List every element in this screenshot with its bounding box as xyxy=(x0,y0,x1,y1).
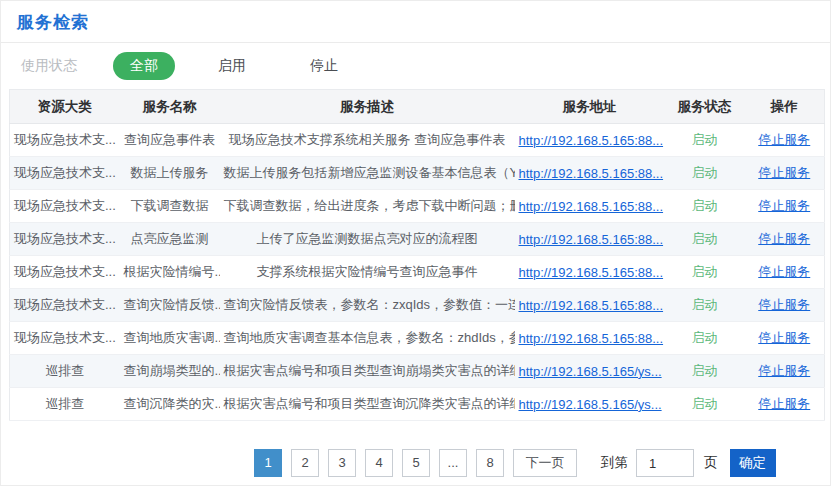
page-button-1[interactable]: 1 xyxy=(254,449,282,477)
service-url-link[interactable]: http://192.168.5.165:88... xyxy=(519,133,664,148)
table-row: 现场应急技术支... 查询地质灾害调... 查询地质灾害调查基本信息表，参数名：… xyxy=(10,322,825,355)
service-url-link[interactable]: http://192.168.5.165:88... xyxy=(519,265,664,280)
service-url-link[interactable]: http://192.168.5.165:88... xyxy=(519,232,664,247)
table-row: 现场应急技术支... 根据灾险情编号... 支撑系统根据灾险情编号查询应急事件 … xyxy=(10,256,825,289)
description-cell: 支撑系统根据灾险情编号查询应急事件 xyxy=(220,256,515,289)
column-header-status: 服务状态 xyxy=(665,90,745,124)
stop-service-link[interactable]: 停止服务 xyxy=(758,396,810,411)
status-badge: 启动 xyxy=(692,198,718,213)
column-header-action: 操作 xyxy=(745,90,825,124)
category-cell: 巡排查 xyxy=(10,355,120,388)
page-button-5[interactable]: 5 xyxy=(402,449,430,477)
stop-service-link[interactable]: 停止服务 xyxy=(758,297,810,312)
service-name-cell: 查询地质灾害调... xyxy=(120,322,220,355)
pagination: 1 2 3 4 5 ... 8 下一页 到第 页 确定 xyxy=(254,449,776,477)
description-cell: 根据灾害点编号和项目类型查询沉降类灾害点的详细... xyxy=(220,388,515,421)
table-row: 现场应急技术支... 下载调查数据 下载调查数据，给出进度条，考虑下载中断问题；… xyxy=(10,190,825,223)
description-cell: 上传了应急监测数据点亮对应的流程图 xyxy=(220,223,515,256)
confirm-button[interactable]: 确定 xyxy=(730,449,776,477)
column-header-category: 资源大类 xyxy=(10,90,120,124)
service-name-cell: 查询崩塌类型的... xyxy=(120,355,220,388)
status-badge: 启动 xyxy=(692,165,718,180)
page-button-3[interactable]: 3 xyxy=(328,449,356,477)
stop-service-link[interactable]: 停止服务 xyxy=(758,330,810,345)
service-name-cell: 点亮应急监测 xyxy=(120,223,220,256)
description-cell: 查询地质灾害调查基本信息表，参数名：zhdIds，参... xyxy=(220,322,515,355)
status-badge: 启动 xyxy=(692,231,718,246)
filter-option-enabled[interactable]: 启用 xyxy=(201,52,263,80)
service-url-link[interactable]: http://192.168.5.165/ys... xyxy=(519,364,662,379)
column-header-url: 服务地址 xyxy=(515,90,665,124)
page-unit-label: 页 xyxy=(704,454,718,472)
page-title: 服务检索 xyxy=(17,13,89,32)
stop-service-link[interactable]: 停止服务 xyxy=(758,165,810,180)
category-cell: 现场应急技术支... xyxy=(10,289,120,322)
category-cell: 现场应急技术支... xyxy=(10,190,120,223)
table-row: 现场应急技术支... 查询应急事件表 现场应急技术支撑系统相关服务 查询应急事件… xyxy=(10,124,825,157)
category-cell: 现场应急技术支... xyxy=(10,223,120,256)
table-row: 现场应急技术支... 点亮应急监测 上传了应急监测数据点亮对应的流程图 http… xyxy=(10,223,825,256)
status-badge: 启动 xyxy=(692,132,718,147)
filter-bar: 使用状态 全部 启用 停止 xyxy=(1,43,830,89)
service-search-page: 服务检索 使用状态 全部 启用 停止 资源大类 服务名称 服务描述 服务地址 服… xyxy=(0,0,831,486)
filter-option-all[interactable]: 全部 xyxy=(113,52,175,80)
service-name-cell: 查询灾险情反馈... xyxy=(120,289,220,322)
stop-service-link[interactable]: 停止服务 xyxy=(758,264,810,279)
filter-label-usage-status: 使用状态 xyxy=(21,57,77,75)
category-cell: 现场应急技术支... xyxy=(10,322,120,355)
description-cell: 数据上传服务包括新增应急监测设备基本信息表（YJB... xyxy=(220,157,515,190)
page-button-4[interactable]: 4 xyxy=(365,449,393,477)
status-badge: 启动 xyxy=(692,264,718,279)
page-button-8[interactable]: 8 xyxy=(476,449,504,477)
table-row: 现场应急技术支... 数据上传服务 数据上传服务包括新增应急监测设备基本信息表（… xyxy=(10,157,825,190)
page-ellipsis-button[interactable]: ... xyxy=(439,449,467,477)
goto-page-label: 到第 xyxy=(601,454,628,472)
service-url-link[interactable]: http://192.168.5.165/ys... xyxy=(519,397,662,412)
service-url-link[interactable]: http://192.168.5.165:88... xyxy=(519,331,664,346)
service-name-cell: 查询沉降类的灾... xyxy=(120,388,220,421)
services-table: 资源大类 服务名称 服务描述 服务地址 服务状态 操作 现场应急技术支... 查… xyxy=(9,89,825,421)
service-name-cell: 查询应急事件表 xyxy=(120,124,220,157)
filter-option-stopped[interactable]: 停止 xyxy=(293,52,355,80)
category-cell: 巡排查 xyxy=(10,388,120,421)
service-name-cell: 数据上传服务 xyxy=(120,157,220,190)
stop-service-link[interactable]: 停止服务 xyxy=(758,132,810,147)
service-name-cell: 根据灾险情编号... xyxy=(120,256,220,289)
column-header-description: 服务描述 xyxy=(220,90,515,124)
service-name-cell: 下载调查数据 xyxy=(120,190,220,223)
table-row: 现场应急技术支... 查询灾险情反馈... 查询灾险情反馈表，参数名：zxqId… xyxy=(10,289,825,322)
status-badge: 启动 xyxy=(692,363,718,378)
page-button-2[interactable]: 2 xyxy=(291,449,319,477)
service-url-link[interactable]: http://192.168.5.165:88... xyxy=(519,166,664,181)
table-row: 巡排查 查询崩塌类型的... 根据灾害点编号和项目类型查询崩塌类灾害点的详细..… xyxy=(10,355,825,388)
status-badge: 启动 xyxy=(692,297,718,312)
description-cell: 查询灾险情反馈表，参数名：zxqIds，参数值：一连... xyxy=(220,289,515,322)
next-page-button[interactable]: 下一页 xyxy=(513,449,577,477)
page-header: 服务检索 xyxy=(1,1,830,42)
stop-service-link[interactable]: 停止服务 xyxy=(758,198,810,213)
description-cell: 现场应急技术支撑系统相关服务 查询应急事件表 xyxy=(220,124,515,157)
service-url-link[interactable]: http://192.168.5.165:88... xyxy=(519,298,664,313)
stop-service-link[interactable]: 停止服务 xyxy=(758,363,810,378)
category-cell: 现场应急技术支... xyxy=(10,256,120,289)
status-badge: 启动 xyxy=(692,396,718,411)
table-row: 巡排查 查询沉降类的灾... 根据灾害点编号和项目类型查询沉降类灾害点的详细..… xyxy=(10,388,825,421)
category-cell: 现场应急技术支... xyxy=(10,157,120,190)
stop-service-link[interactable]: 停止服务 xyxy=(758,231,810,246)
category-cell: 现场应急技术支... xyxy=(10,124,120,157)
description-cell: 根据灾害点编号和项目类型查询崩塌类灾害点的详细... xyxy=(220,355,515,388)
description-cell: 下载调查数据，给出进度条，考虑下载中断问题；删... xyxy=(220,190,515,223)
column-header-name: 服务名称 xyxy=(120,90,220,124)
table-header-row: 资源大类 服务名称 服务描述 服务地址 服务状态 操作 xyxy=(10,90,825,124)
status-badge: 启动 xyxy=(692,330,718,345)
service-url-link[interactable]: http://192.168.5.165:88... xyxy=(519,199,664,214)
page-number-input[interactable] xyxy=(636,449,694,477)
